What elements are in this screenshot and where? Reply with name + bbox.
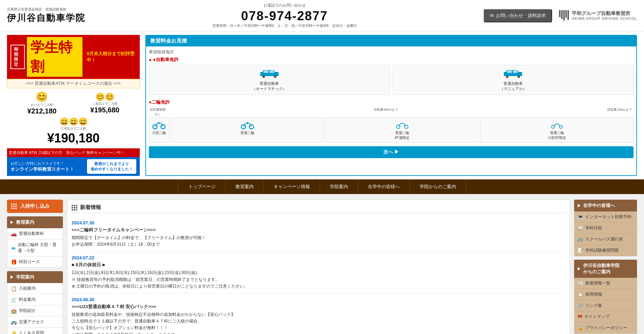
sidebar-school-header: 学院案内 [7,271,63,283]
rs-study-schedule[interactable]: 📖 学科日程 [574,223,637,234]
group-logo [559,10,569,21]
sidebar-car-course[interactable]: 🚗 普通自動車科 [7,228,63,239]
bike-cat3: 排気量125ccまで [606,107,634,117]
svg-point-17 [246,122,248,124]
enrollment-button[interactable]: 入校申し込み [7,200,63,213]
nav-school[interactable]: 学院案内 [320,179,358,194]
car-manual-icon [502,68,523,79]
banner-promotion: 9月末入校分まで好評受中！ [87,51,136,63]
bike-category-labels: 排気量制限なし 排気量400ccまで 排気量125ccまで [149,107,634,117]
rs-exam-practice[interactable]: 📝 学科試験練習問題 [574,245,637,256]
svg-point-14 [158,122,160,124]
period-label2: 限定 [14,57,21,67]
nav-teaching[interactable]: 教習案内 [226,179,264,194]
group-bars [559,10,569,21]
banner-title: 学生特割 [27,37,82,77]
car-auto-label: 普通自動車（オートマチック） [152,81,387,92]
bike-option-large[interactable]: 大型二輪 [149,117,169,143]
rs-links[interactable]: 🔗 リンク集 [574,300,637,311]
group-name-jp: 平和グループ自動車教習所 [572,10,637,17]
right-sidebar: 在学中の皆様へ 💻 インターネット技能予約 📖 学科日程 🚌 スクールバス運行表… [574,200,637,334]
play-icon [10,221,13,224]
svg-point-8 [506,75,509,78]
computer-icon: 💻 [578,214,583,220]
header-center: お電話でのお問い合わせ 078-974-2877 営業時間：月〜木／午前10時〜… [92,3,477,28]
news-title-2: ■ 8月の休校日 ■ [72,262,565,268]
price2-face: 😊😊 [90,92,119,102]
desired-label: 希望取得免許 [149,49,634,55]
fee-header: 教習料金お見積 [146,36,636,46]
bike-option-at125[interactable]: 普通二輪小型AT限定 [480,117,634,143]
svg-point-15 [241,125,245,129]
rs-recruitment[interactable]: 📋 採用情報 [574,289,637,300]
bike-cat2: 排気量400ccまで [168,107,604,117]
news-title: 新着情報 [80,204,101,211]
sidebar-faq[interactable]: 🔔 よくある質問 [7,328,63,334]
svg-rect-5 [269,70,274,73]
bike-course-label: 自動二輪科 大型・普通・小型 [18,242,59,254]
news-date-1: 2024.07.30 [72,220,565,225]
sidebar-school-intro[interactable]: 🏫 学院紹介 [7,305,63,317]
bike-large-label: 大型二輪 [151,131,167,135]
news-icon: 📰 [578,281,583,286]
price2-amount: ¥195,680 [90,106,119,114]
svg-point-2 [262,75,265,78]
enrollment-info-label: 入校案内 [19,285,36,291]
car-icon: 🚗 [11,231,17,237]
content-area: 新着情報 2024.07.30 <<<二輪科フリータイムキャンペーン>>> 期間… [67,200,570,334]
bar3 [563,10,565,21]
nav-campaign[interactable]: キャンペーン情報 [264,179,320,194]
nav-students[interactable]: 在学中の皆様へ [358,179,410,194]
phone-label: お電話でのお問い合わせ [92,3,477,8]
sitemap-icon: 🗺 [578,314,582,319]
phone-number: 078-974-2877 [92,9,477,23]
svg-rect-11 [513,70,518,73]
bar1 [559,10,560,17]
group-name: 平和グループ自動車教習所 HEIWA GROUP DRIVING SCHOOL [572,10,637,21]
sidebar-teaching-header: 教習案内 [7,216,63,228]
car-option-auto[interactable]: 普通自動車（オートマチック） [149,65,390,95]
car-manual-label: 普通自動車（マニュアル） [396,81,631,92]
svg-point-9 [518,75,520,78]
bike-at125-icon [549,120,565,129]
rs-internet-booking[interactable]: 💻 インターネット技能予約 [574,211,637,223]
group-name-en: HEIWA GROUP DRIVING SCHOOL [572,17,637,21]
rs-students-header: 在学中の皆様へ [574,200,637,211]
price1-label: お一人でご入校 [27,103,56,107]
sidebar-teaching-section: 教習案内 🚗 普通自動車科 🏍 自動二輪科 大型・普通・小型 🎁 特別コース [7,216,63,268]
sidebar-enrollment-info[interactable]: 📋 入校案内 [7,283,63,294]
bike-at125-label: 普通二輪小型AT限定 [483,131,631,140]
online-btn[interactable]: 教習がこれまでより 進めやすくなりました！ [87,159,136,174]
bike-option-normal[interactable]: 普通二輪 [171,117,324,143]
price3-amount: ¥190,180 [10,131,136,146]
news-title-1: <<<二輪科フリータイムキャンペーン>>> [72,227,565,233]
sidebar-access[interactable]: 🚌 交通アクセス [7,317,63,328]
rs-sitemap[interactable]: 🗺 サイトマップ [574,311,637,322]
svg-rect-10 [507,70,512,73]
contact-button[interactable]: ✉ お問い合わせ・資料請求 [484,9,552,22]
rs-news-list[interactable]: 📰 新着情報一覧 [574,278,637,289]
bike-option-at400[interactable]: 普通二輪AT通限定 [325,117,479,143]
nav-top[interactable]: トップページ [178,179,226,194]
news-body-1: 期間限定で【データイム】の料金で、【フリータイム】の教習が可能！ お申込期間：2… [72,235,565,248]
rs-bus-schedule[interactable]: 🚌 スクールバス運行表 [574,234,637,245]
news-body-2: 1日(水),2日(金),8日(木),9日(水),15日(木),16日(金),23… [72,269,565,290]
news-date-2: 2024.07.22 [72,255,565,260]
sidebar-price-info[interactable]: 🛒 料金案内 [7,294,63,305]
price3-label: 三名以上でご入校 [10,126,136,131]
sidebar-bike-course[interactable]: 🏍 自動二輪科 大型・普通・小型 [7,239,63,257]
news-date-3: 2024.06.30 [72,297,565,302]
rs-school-section: 伊川谷自動車学院からのご案内 📰 新着情報一覧 📋 採用情報 🔗 リンク集 🗺 … [574,260,637,334]
fee-next-button[interactable]: 次へ ▶ [149,146,634,158]
price1-amount: ¥212,180 [27,107,56,115]
rs-privacy[interactable]: 🔒 プライバシーポリシー [574,322,637,334]
sidebar-special-course[interactable]: 🎁 特別コース [7,257,63,268]
nav-info[interactable]: 学院からのご案内 [410,179,466,194]
bike-at400-label: 普通二輪AT通限定 [328,131,476,140]
car-option-manual[interactable]: 普通自動車（マニュアル） [393,65,634,95]
price-info-label: 料金案内 [19,297,36,303]
school-name: 伊川谷自動車学院 [7,12,85,24]
play-icon3 [578,204,580,207]
bike-large-icon [151,120,167,129]
svg-point-13 [161,125,165,129]
